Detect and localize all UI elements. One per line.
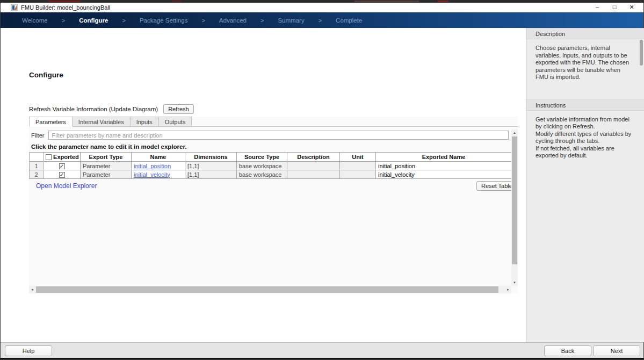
col-name: Name	[132, 153, 185, 162]
window-title: FMU Builder: model_bouncingBall	[21, 3, 110, 12]
vertical-scrollbar[interactable]: ▲ ▼	[511, 129, 518, 286]
instruction-line: If not fetched, all variables are export…	[536, 145, 632, 160]
tab-internal-variables[interactable]: Internal Variables	[73, 117, 131, 127]
table-row: 1 ✓ Parameter initial_position [1,1] bas…	[30, 162, 512, 170]
name-cell: initial_position	[132, 162, 185, 170]
col-description: Description	[287, 153, 340, 162]
nav-step-configure[interactable]: Configure	[79, 17, 108, 24]
description-section-header: Description	[526, 28, 644, 39]
row-index: 1	[30, 162, 44, 170]
parameter-name-link[interactable]: initial_velocity	[134, 171, 170, 178]
description-cell[interactable]	[287, 162, 340, 170]
open-model-explorer-link[interactable]: Open Model Explorer	[36, 182, 97, 190]
col-exported-name: Exported Name	[376, 153, 512, 162]
instructions-text: Get variable information from model by c…	[526, 111, 644, 166]
nav-step-summary[interactable]: Summary	[278, 17, 304, 24]
tab-outputs[interactable]: Outputs	[159, 117, 192, 127]
window-controls: – □ ✕	[589, 3, 640, 12]
filter-input[interactable]	[48, 131, 509, 140]
page-title: Configure	[29, 71, 63, 79]
sidebar-scrollbar-thumb[interactable]	[640, 40, 643, 66]
exported-name-cell[interactable]: initial_position	[376, 162, 512, 170]
tab-inputs[interactable]: Inputs	[131, 117, 159, 127]
col-source-type: Source Type	[237, 153, 287, 162]
next-button[interactable]: Next	[593, 345, 640, 356]
instruction-line: Modify different types of variables by c…	[536, 131, 632, 145]
back-button[interactable]: Back	[544, 345, 591, 356]
exported-name-cell[interactable]: initial_velocity	[376, 170, 512, 179]
exported-checkbox[interactable]: ✓	[59, 172, 65, 178]
nav-step-complete[interactable]: Complete	[336, 17, 362, 24]
exported-checkbox[interactable]: ✓	[59, 163, 65, 169]
wizard-step-nav: Welcome > Configure > Package Settings >…	[1, 12, 643, 28]
scroll-up-icon[interactable]: ▲	[511, 129, 518, 136]
fmu-builder-window: FMU Builder: model_bouncingBall – □ ✕ We…	[0, 3, 644, 359]
nav-step-welcome[interactable]: Welcome	[22, 17, 48, 24]
instructions-section-header: Instructions	[526, 99, 644, 111]
parameter-name-link[interactable]: initial_position	[134, 163, 171, 169]
horizontal-scrollbar-thumb[interactable]	[36, 286, 498, 293]
col-exported: Exported	[44, 153, 81, 162]
vertical-scrollbar-thumb[interactable]	[512, 136, 517, 264]
tab-strip: Parameters Internal Variables Inputs Out…	[29, 117, 518, 127]
variables-tab-panel: Parameters Internal Variables Inputs Out…	[29, 117, 518, 293]
col-dimensions: Dimensions	[185, 153, 237, 162]
col-export-type: Export Type	[81, 153, 132, 162]
screen: FMU Builder: model_bouncingBall – □ ✕ We…	[0, 0, 644, 360]
table-hint: Click the parameter name to edit it in m…	[31, 143, 187, 150]
table-row: 2 ✓ Parameter initial_velocity [1,1] bas…	[30, 170, 512, 179]
filter-label: Filter	[31, 132, 44, 139]
export-type-cell: Parameter	[81, 170, 132, 179]
select-all-checkbox[interactable]	[46, 154, 52, 160]
scroll-right-icon[interactable]: ►	[505, 286, 511, 293]
step-separator-icon: >	[261, 17, 264, 24]
col-rownum	[30, 153, 44, 162]
help-sidebar: Description Choose parameters, internal …	[526, 28, 644, 342]
export-type-cell: Parameter	[81, 162, 132, 170]
unit-cell[interactable]	[340, 162, 376, 170]
refresh-row: Refresh Variable Information (Update Dia…	[29, 104, 194, 114]
filter-row: Filter	[31, 131, 509, 140]
row-index: 2	[30, 170, 44, 179]
help-button[interactable]: Help	[5, 345, 52, 356]
refresh-button[interactable]: Refresh	[163, 104, 194, 114]
step-separator-icon: >	[319, 17, 322, 24]
source-type-cell: base workspace	[237, 170, 287, 179]
dimensions-cell: [1,1]	[185, 170, 237, 179]
configure-page: Configure Refresh Variable Information (…	[1, 28, 526, 342]
nav-step-advanced[interactable]: Advanced	[219, 17, 247, 24]
footer-bar: Help Back Next	[1, 342, 643, 358]
instruction-line: Get variable information from model by c…	[536, 116, 632, 131]
scroll-down-icon[interactable]: ▼	[511, 279, 518, 286]
description-cell[interactable]	[287, 170, 340, 179]
step-separator-icon: >	[201, 17, 205, 24]
close-icon[interactable]: ✕	[623, 3, 640, 12]
source-type-cell: base workspace	[237, 162, 287, 170]
parameters-table: Exported Export Type Name Dimensions Sou…	[29, 152, 512, 179]
name-cell: initial_velocity	[132, 170, 185, 179]
nav-step-package-settings[interactable]: Package Settings	[140, 17, 188, 24]
refresh-label: Refresh Variable Information (Update Dia…	[29, 106, 158, 112]
description-text: Choose parameters, internal variables, i…	[526, 39, 644, 88]
tab-strip-filler	[192, 117, 518, 127]
maximize-icon[interactable]: □	[606, 3, 623, 12]
col-unit: Unit	[340, 153, 376, 162]
unit-cell[interactable]	[340, 170, 376, 179]
step-separator-icon: >	[62, 17, 65, 24]
scroll-left-icon[interactable]: ◄	[29, 286, 35, 293]
dimensions-cell: [1,1]	[185, 162, 237, 170]
step-separator-icon: >	[122, 17, 125, 24]
minimize-icon[interactable]: –	[589, 3, 606, 12]
horizontal-scrollbar[interactable]: ◄ ►	[29, 286, 511, 293]
tab-parameters[interactable]: Parameters	[29, 117, 73, 127]
table-header-row: Exported Export Type Name Dimensions Sou…	[30, 153, 512, 162]
app-icon	[11, 4, 18, 11]
title-bar: FMU Builder: model_bouncingBall – □ ✕	[1, 3, 643, 12]
